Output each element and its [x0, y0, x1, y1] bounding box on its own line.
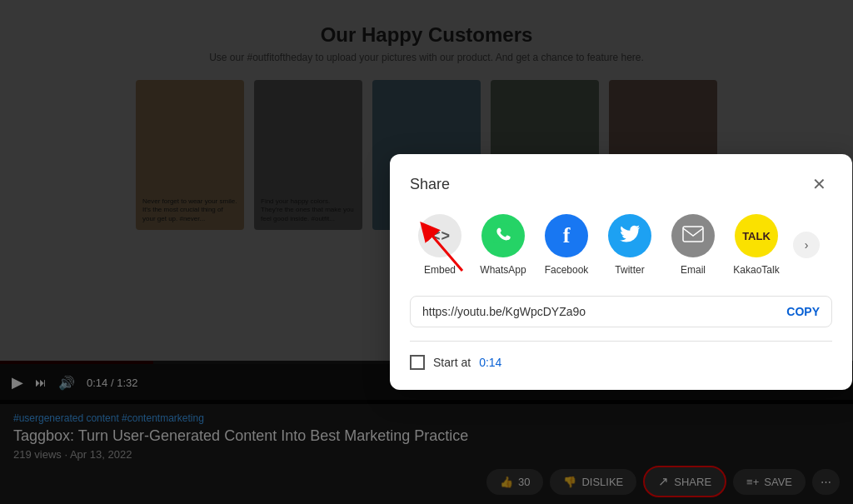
url-row: https://youtu.be/KgWpcDYZa9o COPY [410, 296, 832, 327]
email-label: Email [681, 264, 706, 276]
embed-code-icon: < > [431, 227, 448, 245]
modal-divider [410, 341, 832, 342]
start-at-time: 0:14 [479, 356, 501, 369]
svg-rect-0 [683, 227, 703, 242]
start-at-row: Start at 0:14 [410, 355, 832, 370]
kakao-icon-circle: TALK [735, 214, 778, 257]
whatsapp-icon-circle [481, 214, 525, 257]
embed-icon-circle: < > [418, 214, 461, 257]
share-option-twitter[interactable]: Twitter [600, 214, 660, 276]
share-url: https://youtu.be/KgWpcDYZa9o [422, 305, 780, 318]
email-icon-circle [671, 214, 715, 257]
facebook-icon-circle: f [545, 214, 588, 257]
modal-close-button[interactable]: ✕ [806, 171, 832, 197]
kakao-icon: TALK [742, 230, 771, 242]
whatsapp-label: WhatsApp [480, 264, 526, 276]
twitter-label: Twitter [615, 264, 644, 276]
copy-url-button[interactable]: COPY [786, 305, 820, 318]
start-at-checkbox[interactable] [410, 355, 425, 370]
share-option-embed[interactable]: < > Embed [410, 214, 470, 276]
facebook-label: Facebook [545, 264, 589, 276]
share-options-row: < > Embed WhatsApp f Facebook [410, 214, 832, 276]
next-arrow-icon: › [805, 238, 809, 252]
kakao-label: KakaoTalk [733, 264, 779, 276]
email-icon [682, 226, 704, 247]
share-options-next-button[interactable]: › [793, 232, 820, 258]
start-at-label: Start at [433, 356, 471, 369]
share-modal: Share ✕ < > Embed WhatsApp [390, 154, 852, 390]
share-option-facebook[interactable]: f Facebook [536, 214, 596, 276]
facebook-icon: f [563, 223, 571, 248]
whatsapp-icon [491, 222, 515, 250]
twitter-icon-circle [608, 214, 651, 257]
modal-header: Share ✕ [410, 171, 832, 197]
twitter-icon [619, 225, 641, 247]
share-option-whatsapp[interactable]: WhatsApp [473, 214, 533, 276]
share-option-email[interactable]: Email [663, 214, 723, 276]
modal-title: Share [410, 176, 450, 193]
share-option-kakao[interactable]: TALK KakaoTalk [726, 214, 786, 276]
embed-label: Embed [424, 264, 456, 276]
